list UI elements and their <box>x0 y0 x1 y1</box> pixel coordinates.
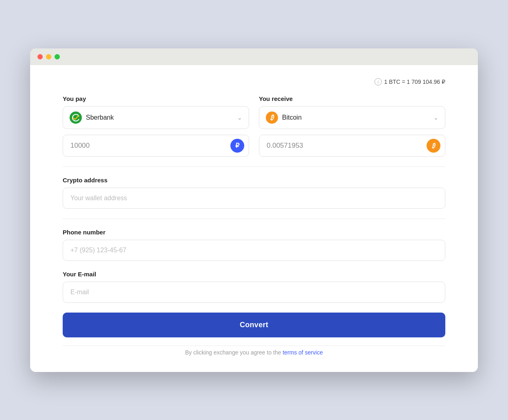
bank-selector[interactable]: Sberbank ⌄ <box>63 106 249 129</box>
browser-window: i 1 BTC = 1 709 104.96 ₽ You pay Sberban… <box>30 48 478 372</box>
footer-note: By clicking exchange you agree to the te… <box>63 346 445 356</box>
crypto-address-label: Crypto address <box>63 177 445 184</box>
phone-number-label: Phone number <box>63 229 445 236</box>
ruble-badge: ₽ <box>230 139 244 153</box>
email-label: Your E-mail <box>63 271 445 278</box>
minimize-button[interactable] <box>46 54 51 59</box>
email-input[interactable] <box>63 282 445 303</box>
email-field-wrapper: Your E-mail <box>63 271 445 303</box>
phone-number-field: Phone number <box>63 229 445 261</box>
crypto-address-input[interactable] <box>63 188 445 209</box>
footer-text: By clicking exchange you agree to the <box>185 349 283 356</box>
sberbank-icon <box>70 112 82 124</box>
browser-titlebar <box>30 48 478 65</box>
rate-text: 1 BTC = 1 709 104.96 ₽ <box>384 79 445 85</box>
crypto-selector[interactable]: ₿ Bitcoin ⌄ <box>259 106 445 129</box>
pay-amount-group: ₽ <box>63 135 249 157</box>
btc-badge: ₿ <box>427 139 440 153</box>
chevron-down-icon: ⌄ <box>237 114 242 121</box>
terms-of-service-link[interactable]: terms of service <box>282 349 323 356</box>
divider-1 <box>63 166 445 167</box>
crypto-name: Bitcoin <box>282 114 429 121</box>
convert-button[interactable]: Convert <box>63 313 445 337</box>
exchange-columns: You pay Sberbank ⌄ ₽ <box>63 95 445 157</box>
maximize-button[interactable] <box>55 54 60 59</box>
you-receive-label: You receive <box>259 95 445 102</box>
pay-amount-input[interactable] <box>63 135 249 157</box>
phone-number-input[interactable] <box>63 240 445 261</box>
you-pay-label: You pay <box>63 95 249 102</box>
receive-amount-input[interactable] <box>259 135 445 157</box>
browser-content: i 1 BTC = 1 709 104.96 ₽ You pay Sberban… <box>30 65 478 372</box>
bitcoin-icon: ₿ <box>266 112 278 124</box>
close-button[interactable] <box>37 54 43 59</box>
you-receive-column: You receive ₿ Bitcoin ⌄ ₿ <box>259 95 445 157</box>
crypto-address-field: Crypto address <box>63 177 445 209</box>
you-pay-column: You pay Sberbank ⌄ ₽ <box>63 95 249 157</box>
receive-amount-group: ₿ <box>259 135 445 157</box>
rate-info-icon: i <box>374 78 382 85</box>
svg-point-0 <box>70 112 82 124</box>
chevron-down-icon: ⌄ <box>434 114 438 121</box>
divider-2 <box>63 219 445 219</box>
bank-name: Sberbank <box>86 114 233 121</box>
rate-bar: i 1 BTC = 1 709 104.96 ₽ <box>63 78 445 85</box>
